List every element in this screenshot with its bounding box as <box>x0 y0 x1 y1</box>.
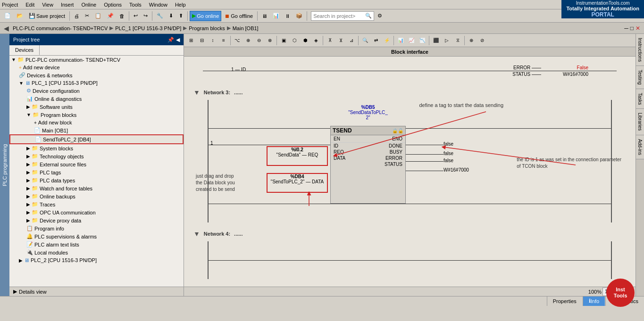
search-input[interactable] <box>313 13 365 19</box>
menu-tools[interactable]: Tools <box>129 2 142 8</box>
tree-item-online-diag[interactable]: 📊 Online & diagnostics <box>9 95 184 103</box>
menu-project[interactable]: Project <box>2 2 18 8</box>
tree-item-plc-alarm-texts[interactable]: 📝 PLC alarm text lists <box>9 240 184 248</box>
redo-btn[interactable]: ↪ <box>141 11 150 21</box>
menu-online[interactable]: Online <box>81 2 96 8</box>
sec-btn-13[interactable]: ⊼ <box>325 35 335 46</box>
monitor-btn[interactable]: 📊 <box>270 11 282 21</box>
tree-item-watch-force[interactable]: ▶ 📁 Watch and force tables <box>9 184 184 192</box>
cut-btn[interactable]: ✂ <box>83 11 92 21</box>
sec-btn-16[interactable]: 🔍 <box>360 35 370 46</box>
sec-btn-19[interactable]: 📊 <box>395 35 406 46</box>
search-go-btn[interactable]: ⚙ <box>375 11 385 21</box>
breadcrumb-close[interactable]: ✕ <box>636 25 640 32</box>
sec-btn-23[interactable]: ▷ <box>442 35 452 46</box>
plc-programming-tab[interactable]: PLC programming <box>0 34 9 296</box>
tree-item-add-block[interactable]: + Add new block <box>9 119 184 126</box>
sec-btn-15[interactable]: ⊿ <box>346 35 357 46</box>
tree-item-plc-supervisions[interactable]: 🔔 PLC supervisions & alarms <box>9 232 184 240</box>
sec-btn-10[interactable]: ⬡ <box>289 35 300 46</box>
sec-btn-14[interactable]: ⊻ <box>335 35 346 46</box>
tree-item-local-modules[interactable]: 🔌 Local modules <box>9 248 184 256</box>
stop-btn[interactable]: ⏸ <box>283 11 293 21</box>
tree-item-plc-data-types[interactable]: ▶ 📁 PLC data types <box>9 176 184 184</box>
tree-item-system-blocks[interactable]: ▶ 📁 System blocks <box>9 144 184 152</box>
copy-btn[interactable]: 📋 <box>92 11 104 21</box>
tree-item-software-units[interactable]: ▶ 📁 Software units <box>9 103 184 111</box>
compile-btn[interactable]: 🔧 <box>154 11 166 21</box>
sec-btn-21[interactable]: 📉 <box>417 35 427 46</box>
search-box[interactable]: 🔍 <box>311 11 374 21</box>
tree-item-plc2[interactable]: ▶ 🖥 PLC_2 [CPU 1516-3 PN/DP] <box>9 256 184 264</box>
open-btn[interactable]: 📂 <box>14 11 25 21</box>
network4-arrow[interactable]: ▼ <box>193 230 200 238</box>
sec-btn-22[interactable]: ⬛ <box>431 35 441 46</box>
menu-insert[interactable]: Insert <box>61 2 74 8</box>
sec-btn-20[interactable]: 📈 <box>406 35 417 46</box>
tree-item-devices-networks[interactable]: 🔗 Devices & networks <box>9 71 184 79</box>
tree-item-ext-sources[interactable]: ▶ 📁 External source files <box>9 160 184 168</box>
sec-btn-24[interactable]: ⧖ <box>452 35 463 46</box>
menu-help[interactable]: Help <box>175 2 186 8</box>
download-btn[interactable]: ⬇ <box>167 11 176 21</box>
archive-btn[interactable]: 📦 <box>293 11 305 21</box>
new-btn[interactable]: 📄 <box>2 11 13 21</box>
sidebar-pin[interactable]: 📌 <box>167 37 174 43</box>
sec-btn-7[interactable]: ⊖ <box>254 35 264 46</box>
undo-btn[interactable]: ↩ <box>131 11 140 21</box>
upload-btn[interactable]: ⬆ <box>176 11 185 21</box>
tree-item-device-config[interactable]: ⚙ Device configuration <box>9 87 184 95</box>
right-tab-testing[interactable]: Testing <box>636 66 644 89</box>
sec-btn-18[interactable]: ⚡ <box>382 35 392 46</box>
tab-devices[interactable]: Devices <box>9 45 40 55</box>
sidebar-expand[interactable]: ◀ <box>176 37 180 43</box>
menu-options[interactable]: Options <box>104 2 122 8</box>
tree-item-main-ob1[interactable]: 📄 Main [OB1] <box>9 126 184 134</box>
menu-window[interactable]: Window <box>149 2 167 8</box>
tree-item-tech-objects[interactable]: ▶ 📁 Technology objects <box>9 152 184 160</box>
diagram-area[interactable]: 1 — ID ERROR —— False STATUS —— W#16#700… <box>184 57 636 287</box>
tree-item-sendtoplc2[interactable]: 📄 SendToPLC_2 [DB4] <box>9 134 184 144</box>
expand-details[interactable]: ▶ <box>13 288 17 295</box>
tree-item-plc-tags[interactable]: ▶ 📁 PLC tags <box>9 168 184 176</box>
sec-btn-26[interactable]: ⊘ <box>477 35 487 46</box>
sec-btn-25[interactable]: ⊕ <box>466 35 477 46</box>
menu-edit[interactable]: Edit <box>25 2 34 8</box>
menu-view[interactable]: View <box>42 2 53 8</box>
bottom-tab-info[interactable]: ℹ Info <box>583 296 605 306</box>
sim-btn[interactable]: 🖥 <box>259 11 269 21</box>
tree-item-root[interactable]: ▼ 📁 PLC-PLC communcation- TSEND+TRCV <box>9 56 184 64</box>
tree-item-add-device[interactable]: + Add new device <box>9 64 184 71</box>
tree-item-opc-ua[interactable]: ▶ 📁 OPC UA communication <box>9 208 184 216</box>
delete-btn[interactable]: 🗑 <box>117 11 127 21</box>
sec-btn-12[interactable]: ◈ <box>311 35 321 46</box>
sec-btn-11[interactable]: ⬢ <box>300 35 310 46</box>
save-btn[interactable]: 💾 Save project <box>26 11 67 21</box>
breadcrumb-restore[interactable]: □ <box>630 25 634 32</box>
sec-btn-1[interactable]: ⊞ <box>186 35 196 46</box>
breadcrumb-minimize[interactable]: ─ <box>624 25 628 32</box>
collapse-sidebar-btn[interactable]: ◀ <box>4 25 9 32</box>
tree-item-online-backups[interactable]: ▶ 📁 Online backups <box>9 192 184 200</box>
sec-btn-5[interactable]: ⌥ <box>232 35 243 46</box>
sec-btn-17[interactable]: ⇄ <box>371 35 381 46</box>
network3-arrow[interactable]: ▼ <box>193 89 200 96</box>
go-offline-btn[interactable]: ⏹ Go offline <box>222 11 255 21</box>
bottom-tab-properties[interactable]: Properties <box>547 296 582 306</box>
sec-btn-3[interactable]: ↕ <box>208 35 218 46</box>
right-tab-tasks[interactable]: Tasks <box>636 89 644 109</box>
print-btn[interactable]: 🖨 <box>72 11 82 21</box>
sec-btn-6[interactable]: ⊕ <box>243 35 253 46</box>
right-tab-addins[interactable]: Add-ins <box>636 135 644 159</box>
tree-item-device-proxy[interactable]: ▶ 📁 Device proxy data <box>9 216 184 224</box>
paste-btn[interactable]: 📌 <box>105 11 116 21</box>
tree-item-plc1[interactable]: ▼ 🖥 PLC_1 [CPU 1516-3 PN/DP] <box>9 79 184 87</box>
sec-btn-8[interactable]: ⊗ <box>265 35 275 46</box>
sec-btn-4[interactable]: ≡ <box>218 35 229 46</box>
right-tab-instructions[interactable]: Instructions <box>636 34 644 66</box>
sec-btn-9[interactable]: ▣ <box>278 35 289 46</box>
tree-item-program-blocks[interactable]: ▼ 📁 Program blocks <box>9 111 184 119</box>
sec-btn-2[interactable]: ⊟ <box>197 35 207 46</box>
go-online-btn[interactable]: ▶ Go online <box>190 11 221 21</box>
tree-item-program-info[interactable]: 📋 Program info <box>9 224 184 232</box>
